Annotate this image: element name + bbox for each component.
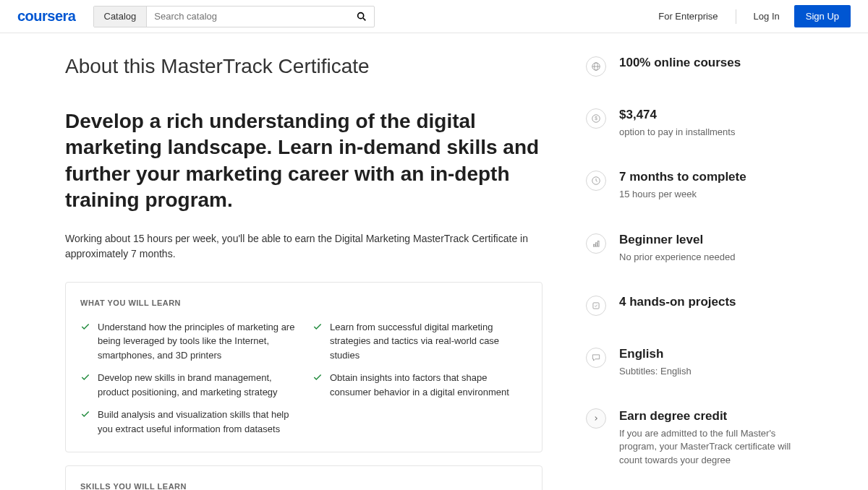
dollar-icon: $ (586, 108, 606, 129)
feature-level: Beginner level No prior experience neede… (586, 232, 803, 264)
catalog-button[interactable]: Catalog (94, 7, 148, 27)
svg-rect-10 (597, 241, 599, 246)
check-icon (80, 372, 90, 382)
svg-text:$: $ (595, 116, 597, 121)
learn-box-title: WHAT YOU WILL LEARN (80, 298, 527, 307)
divider (736, 9, 736, 24)
learn-grid: Understand how the principles of marketi… (80, 320, 527, 437)
learn-item: Obtain insights into factors that shape … (312, 371, 527, 399)
learn-item: Build analysis and visualization skills … (80, 408, 295, 436)
barchart-icon (586, 233, 606, 254)
search-button[interactable] (349, 7, 374, 27)
learn-item: Learn from successful digital marketing … (312, 320, 527, 363)
page-title: About this MasterTrack Certificate (65, 55, 542, 78)
feature-sub: No prior experience needed (619, 251, 803, 264)
feature-title: 7 months to complete (619, 169, 803, 185)
feature-sub: 15 hours per week (619, 188, 803, 201)
headline: Develop a rich understanding of the digi… (65, 108, 542, 214)
globe-icon (586, 56, 606, 77)
feature-title: $3,474 (619, 107, 803, 123)
feature-title: 100% online courses (619, 55, 803, 71)
search-icon (356, 11, 367, 22)
learn-text: Learn from successful digital marketing … (330, 320, 527, 363)
learn-text: Obtain insights into factors that shape … (330, 371, 527, 399)
feature-duration: 7 months to complete 15 hours per week (586, 169, 803, 201)
speech-icon (586, 348, 606, 368)
what-you-will-learn-box: WHAT YOU WILL LEARN Understand how the p… (65, 282, 542, 453)
search-wrap: Catalog (93, 6, 375, 27)
feature-sub: If you are admitted to the full Master's… (619, 427, 803, 467)
learn-text: Develop new skills in brand management, … (98, 371, 295, 399)
svg-line-1 (363, 18, 365, 20)
feature-title: English (619, 346, 803, 362)
right-column: 100% online courses $ $3,474 option to p… (586, 55, 803, 490)
project-icon (586, 296, 606, 316)
feature-degree-credit[interactable]: Earn degree credit If you are admitted t… (586, 408, 803, 467)
clock-icon (586, 171, 606, 191)
feature-title: 4 hands-on projects (619, 294, 803, 310)
check-icon (80, 322, 90, 332)
learn-item: Understand how the principles of marketi… (80, 320, 295, 363)
search-input[interactable] (147, 7, 349, 27)
chevron-right-icon (586, 408, 606, 429)
header: coursera Catalog For Enterprise Log In S… (0, 0, 868, 33)
feature-online: 100% online courses (586, 55, 803, 77)
feature-title: Beginner level (619, 232, 803, 248)
feature-language: English Subtitles: English (586, 346, 803, 378)
svg-rect-8 (594, 244, 595, 246)
svg-rect-9 (595, 242, 597, 246)
check-icon (312, 322, 323, 332)
main-container: About this MasterTrack Certificate Devel… (65, 33, 803, 490)
learn-item: Develop new skills in brand management, … (80, 371, 295, 399)
feature-sub: Subtitles: English (619, 365, 803, 378)
subtext: Working about 15 hours per week, you'll … (65, 231, 542, 262)
check-icon (312, 372, 323, 382)
feature-title: Earn degree credit (619, 408, 803, 424)
logo[interactable]: coursera (17, 8, 76, 25)
login-link[interactable]: Log In (742, 5, 791, 27)
learn-text: Build analysis and visualization skills … (98, 408, 295, 436)
feature-sub: option to pay in installments (619, 126, 803, 139)
skills-box-title: SKILLS YOU WILL LEARN (80, 482, 527, 490)
check-icon (80, 409, 90, 419)
svg-point-0 (358, 12, 364, 18)
feature-projects: 4 hands-on projects (586, 294, 803, 316)
signup-button[interactable]: Sign Up (794, 5, 851, 27)
header-right: For Enterprise Log In Sign Up (647, 5, 851, 27)
learn-text: Understand how the principles of marketi… (98, 320, 295, 363)
for-enterprise-link[interactable]: For Enterprise (647, 5, 729, 27)
feature-price: $ $3,474 option to pay in installments (586, 107, 803, 139)
left-column: About this MasterTrack Certificate Devel… (65, 55, 542, 490)
skills-box: SKILLS YOU WILL LEARN Digital Marketing … (65, 465, 542, 490)
